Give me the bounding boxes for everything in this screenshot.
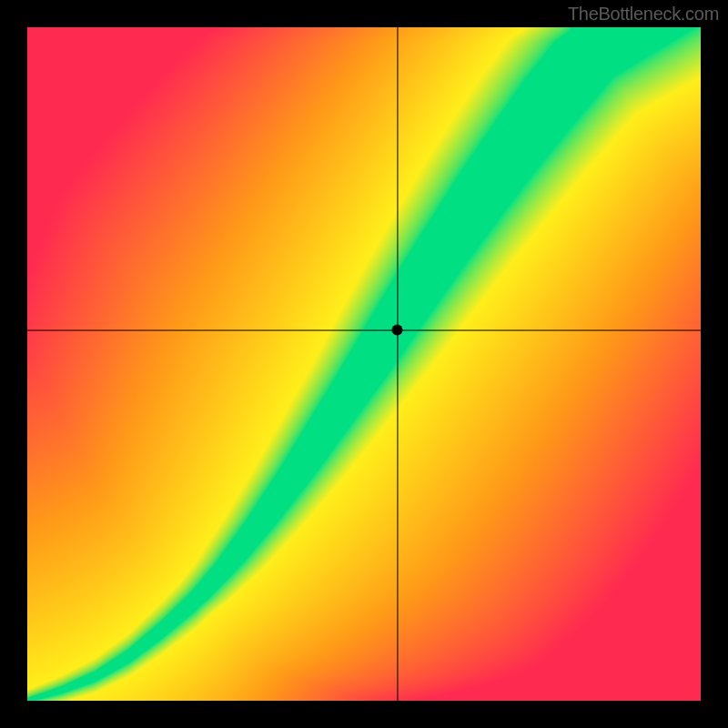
chart-container: TheBottleneck.com [0,0,728,728]
bottleneck-heatmap [0,0,728,728]
watermark-text: TheBottleneck.com [568,4,719,25]
